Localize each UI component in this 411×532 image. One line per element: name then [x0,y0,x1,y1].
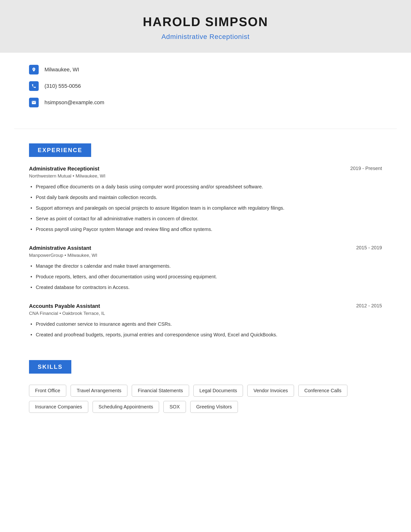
skill-tag-7: Scheduling Appointments [93,401,159,413]
experience-header-2: Administrative Assistant 2015 - 2019 [29,245,382,251]
job-bullets-2: Manage the director s calendar and make … [29,262,382,291]
bullet-item: Manage the director s calendar and make … [29,262,382,270]
job-dates-3: 2012 - 2015 [356,303,382,309]
candidate-title: Administrative Receptionist [10,33,401,41]
contact-phone: (310) 555-0056 [29,81,382,91]
job-company-2: ManpowerGroup • Milwaukee, WI [29,253,382,258]
job-title-1: Administrative Receptionist [29,166,99,172]
experience-header-1: Administrative Receptionist 2019 - Prese… [29,166,382,172]
experience-heading: EXPERIENCE [29,143,91,157]
phone-icon [29,81,39,91]
skill-tag-9: Greeting Visitors [190,401,238,413]
contact-location: Milwaukee, WI [29,65,382,75]
skill-tag-1: Travel Arrangements [71,385,127,397]
job-company-3: CNA Financial • Oakbrook Terrace, IL [29,311,382,316]
job-bullets-3: Provided customer service to insurance a… [29,320,382,338]
job-title-2: Administrative Assistant [29,245,91,251]
resume-header: HAROLD SIMPSON Administrative Receptioni… [0,0,411,53]
bullet-item: Support attorneys and paralegals on spec… [29,204,382,212]
experience-entry-3: Accounts Payable Assistant 2012 - 2015 C… [29,303,382,338]
job-dates-1: 2019 - Present [350,166,382,171]
skill-tag-8: SOX [163,401,186,413]
bullet-item: Post daily bank deposits and maintain co… [29,194,382,201]
skill-tag-6: Insurance Companies [29,401,88,413]
skill-tag-4: Vendor Invoices [247,385,294,397]
contact-email: hsimpson@example.com [29,98,382,107]
bullet-item: Prepared office documents on a daily bas… [29,183,382,190]
location-icon [29,65,39,75]
email-text: hsimpson@example.com [45,99,104,106]
experience-section: EXPERIENCE Administrative Receptionist 2… [0,134,411,338]
experience-entry-2: Administrative Assistant 2015 - 2019 Man… [29,245,382,291]
phone-text: (310) 555-0056 [45,83,81,89]
job-dates-2: 2015 - 2019 [356,245,382,250]
bullet-item: Process payroll using Paycor system Mana… [29,226,382,233]
bullet-item: Serve as point of contact for all admini… [29,215,382,222]
location-text: Milwaukee, WI [45,66,79,73]
skill-tag-0: Front Office [29,385,66,397]
email-icon [29,98,39,107]
skills-tags-container: Front Office Travel Arrangements Financi… [29,385,382,413]
job-company-1: Northwestern Mutual • Milwaukee, WI [29,173,382,179]
contact-section: Milwaukee, WI (310) 555-0056 hsimpson@ex… [0,53,411,124]
bullet-item: Created database for contractors in Acce… [29,284,382,291]
job-bullets-1: Prepared office documents on a daily bas… [29,183,382,233]
skills-heading: SKILLS [29,360,71,374]
bullet-item: Produce reports, letters, and other docu… [29,273,382,280]
bullet-item: Created and proofread budgets, reports, … [29,331,382,338]
bullet-item: Provided customer service to insurance a… [29,320,382,328]
experience-entry-1: Administrative Receptionist 2019 - Prese… [29,166,382,233]
section-divider [15,129,396,129]
experience-header-3: Accounts Payable Assistant 2012 - 2015 [29,303,382,309]
skill-tag-3: Legal Documents [193,385,243,397]
candidate-name: HAROLD SIMPSON [10,15,401,29]
skill-tag-2: Financial Statements [132,385,189,397]
skill-tag-5: Conference Calls [298,385,347,397]
skills-section: SKILLS Front Office Travel Arrangements … [0,350,411,432]
job-title-3: Accounts Payable Assistant [29,303,100,309]
